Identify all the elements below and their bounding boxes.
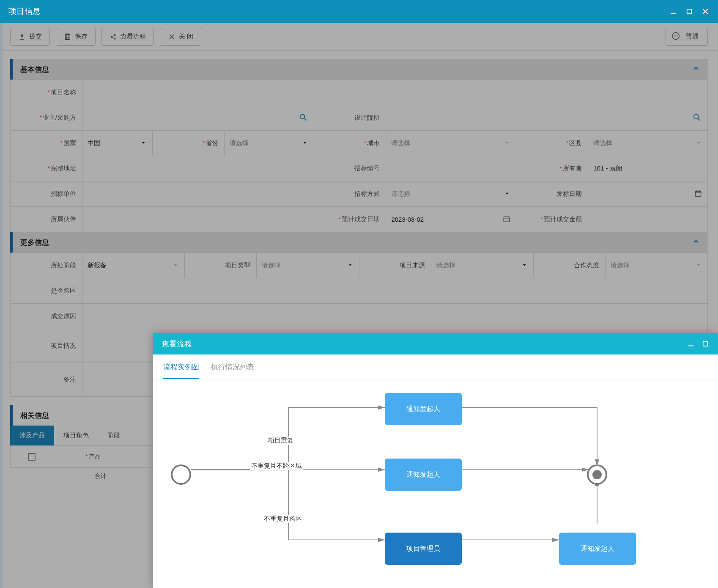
val-owner: 101 - 袁朗 (593, 165, 622, 173)
close-label: 关 闭 (179, 33, 193, 41)
svg-rect-1 (687, 9, 692, 14)
select-province[interactable]: 请选择 (225, 131, 314, 156)
save-icon (64, 33, 71, 41)
select-stage[interactable]: 新报备 (82, 253, 185, 278)
svg-marker-21 (506, 192, 509, 194)
maximize-icon[interactable] (685, 7, 693, 16)
val-country: 中国 (88, 139, 100, 147)
svg-marker-17 (142, 142, 145, 143)
input-est-deal-amount[interactable] (588, 207, 708, 232)
caret-down-icon (140, 140, 146, 147)
modal-title: 查看流程 (162, 339, 192, 349)
input-full-address[interactable] (82, 156, 314, 181)
svg-marker-31 (348, 264, 351, 266)
caret-down-icon (347, 262, 353, 269)
lbl-attitude: 合作态度 (574, 261, 599, 269)
calendar-icon (502, 214, 511, 224)
upload-icon (18, 33, 26, 41)
modal-tabs: 流程实例图 执行情况列表 (153, 354, 718, 379)
x-icon (168, 33, 175, 41)
flow-node-notify-3[interactable]: 通知发起人 (559, 533, 636, 565)
lbl-bid-unit: 招标单位 (51, 190, 76, 197)
lbl-owner-buyer: 业主/采购方 (43, 114, 76, 121)
flow-canvas: 通知发起人 通知发起人 项目管理员 通知发起人 项目重复 不重复且不跨区域 不重… (153, 379, 718, 588)
share-icon (110, 33, 117, 41)
svg-rect-35 (703, 342, 708, 346)
lookup-design-institute[interactable] (386, 105, 708, 131)
val-est-deal-date: 2023-03-02 (391, 216, 424, 223)
grid-total: 合计 (95, 473, 107, 480)
date-est-deal[interactable]: 2023-03-02 (386, 207, 516, 232)
flow-node-notify-1[interactable]: 通知发起人 (385, 393, 462, 425)
svg-marker-33 (697, 264, 700, 266)
svg-marker-32 (523, 264, 526, 266)
input-bid-unit[interactable] (82, 181, 314, 207)
lbl-owner: 所有者 (563, 165, 582, 172)
view-flow-button[interactable]: 查看流程 (101, 28, 154, 46)
close-button[interactable]: 关 闭 (160, 28, 201, 46)
lbl-city: 城市 (367, 139, 380, 146)
svg-marker-20 (697, 142, 700, 143)
select-city[interactable]: 请选择 (386, 131, 516, 156)
lbl-country: 国家 (63, 139, 76, 146)
tab-stage[interactable]: 阶段 (98, 426, 129, 445)
caret-down-icon (173, 262, 178, 269)
lbl-province: 省份 (206, 139, 218, 146)
level-chip[interactable]: 普通 (666, 28, 708, 46)
level-label: 普通 (685, 32, 699, 41)
modal-tab-diagram[interactable]: 流程实例图 (163, 362, 199, 379)
section-basic-title: 基本信息 (20, 65, 49, 74)
caret-down-icon (504, 140, 510, 147)
input-cross-region[interactable] (82, 278, 708, 304)
svg-line-7 (112, 35, 114, 36)
modal-tab-exec[interactable]: 执行情况列表 (211, 362, 254, 379)
window-title: 项目信息 (8, 6, 41, 17)
tab-roles[interactable]: 项目角色 (54, 426, 98, 445)
svg-marker-19 (506, 142, 509, 143)
modal-maximize-icon[interactable] (701, 340, 710, 348)
svg-line-8 (112, 37, 114, 38)
select-country[interactable]: 中国 (82, 131, 153, 156)
lbl-cross-region: 是否跨区 (51, 287, 76, 294)
svg-point-13 (300, 114, 305, 119)
input-deal-reason[interactable] (82, 304, 708, 329)
search-icon (692, 113, 702, 123)
lbl-deal-reason: 成交原因 (51, 312, 76, 319)
minimize-icon[interactable] (669, 7, 677, 16)
caret-down-icon (302, 140, 308, 147)
select-attitude[interactable]: 请选择 (605, 253, 707, 278)
chevron-up-icon (692, 237, 700, 248)
edge-label-nodup-noregion: 不重复且不跨区域 (250, 462, 303, 470)
edge-label-nodup-region: 不重复且跨区 (263, 515, 303, 523)
modal-minimize-icon[interactable] (687, 340, 695, 348)
section-more-title: 更多信息 (20, 238, 49, 247)
close-icon[interactable] (701, 7, 710, 16)
lbl-design-institute: 设计院所 (354, 114, 380, 121)
tab-products[interactable]: 涉及产品 (10, 426, 54, 445)
flow-node-notify-2[interactable]: 通知发起人 (385, 459, 462, 491)
select-project-source[interactable]: 请选择 (431, 253, 533, 278)
input-owner[interactable]: 101 - 袁朗 (588, 156, 708, 181)
caret-down-icon (696, 262, 702, 269)
select-bid-method[interactable]: 请选择 (386, 181, 516, 207)
caret-down-icon (696, 140, 702, 147)
input-bid-no[interactable] (386, 156, 516, 181)
input-partner[interactable] (82, 207, 314, 232)
date-issue-date[interactable] (588, 181, 708, 207)
input-project-name[interactable] (82, 80, 708, 105)
section-basic-header[interactable]: 基本信息 (10, 59, 708, 80)
lbl-project-situation: 项目情况 (51, 342, 76, 349)
lbl-project-name: 项目名称 (51, 88, 76, 96)
select-project-type[interactable]: 请选择 (257, 253, 359, 278)
flow-node-admin[interactable]: 项目管理员 (385, 533, 462, 565)
lookup-owner-buyer[interactable] (82, 105, 314, 131)
lbl-bid-no: 招标编号 (354, 165, 380, 172)
section-related-title: 相关信息 (20, 411, 49, 420)
select-all-checkbox[interactable] (28, 453, 36, 461)
select-district[interactable]: 请选择 (588, 131, 708, 156)
window-titlebar: 项目信息 (0, 0, 718, 23)
submit-button[interactable]: 提交 (10, 28, 50, 46)
save-button[interactable]: 保存 (56, 28, 96, 46)
form-basic: *项目名称 *业主/采购方 设计院所 *国家 中国 *省份 请选择 (10, 80, 708, 232)
section-more-header[interactable]: 更多信息 (10, 232, 708, 253)
